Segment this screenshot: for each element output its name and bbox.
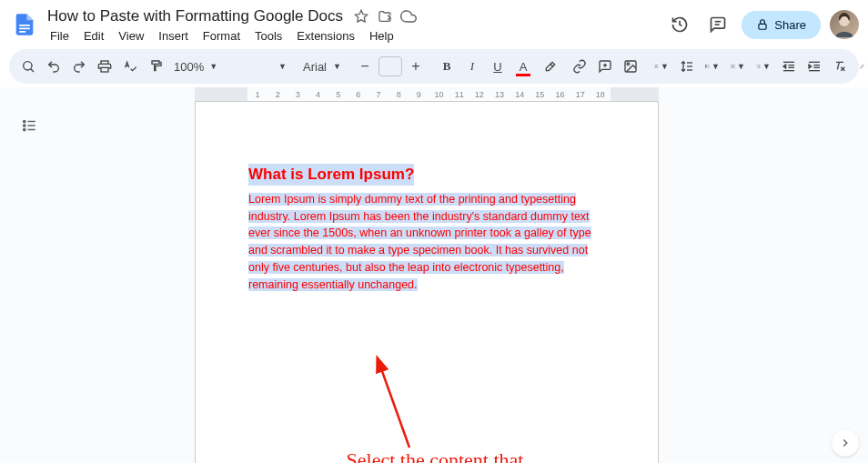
svg-marker-3 (355, 10, 367, 22)
doc-body-text[interactable]: Lorem Ipsum is simply dummy text of the … (248, 193, 591, 291)
print-icon[interactable] (93, 54, 116, 79)
docs-logo[interactable] (9, 9, 40, 40)
spellcheck-icon[interactable] (118, 54, 142, 79)
share-button[interactable]: Share (742, 11, 821, 39)
svg-point-48 (24, 125, 25, 126)
svg-point-49 (24, 128, 25, 130)
svg-rect-2 (19, 31, 25, 33)
clear-formatting-button[interactable] (828, 54, 852, 79)
title-area: How to Paste with Formatting Google Docs… (44, 5, 665, 45)
paragraph-style-dropdown[interactable]: ▼ (222, 54, 291, 79)
bold-button[interactable]: B (435, 54, 459, 79)
avatar[interactable] (830, 10, 859, 39)
document-title[interactable]: How to Paste with Formatting Google Docs (44, 5, 347, 27)
svg-point-8 (24, 62, 32, 70)
insert-link-button[interactable] (568, 54, 591, 79)
svg-rect-22 (706, 65, 707, 66)
svg-rect-10 (101, 61, 108, 64)
horizontal-ruler[interactable]: 123456789101112131415161718 (195, 87, 659, 101)
menu-bar: File Edit View Insert Format Tools Exten… (44, 27, 665, 45)
add-comment-button[interactable] (593, 54, 617, 79)
increase-indent-button[interactable] (802, 54, 826, 79)
menu-tools[interactable]: Tools (248, 27, 288, 45)
share-label: Share (774, 18, 806, 32)
insert-image-button[interactable] (619, 54, 642, 79)
highlight-button[interactable] (537, 54, 560, 79)
line-spacing-button[interactable] (675, 54, 699, 79)
svg-rect-24 (706, 66, 707, 67)
menu-insert[interactable]: Insert (152, 27, 195, 45)
underline-button[interactable]: U (486, 54, 510, 79)
history-icon[interactable] (665, 10, 694, 39)
svg-rect-0 (19, 25, 30, 26)
menu-view[interactable]: View (112, 27, 150, 45)
svg-rect-1 (19, 28, 30, 30)
numbered-list-button[interactable]: 12▼ (752, 54, 775, 79)
comments-icon[interactable] (703, 10, 732, 39)
bulleted-list-button[interactable]: ▼ (726, 54, 750, 79)
font-size-increase[interactable]: + (404, 54, 428, 79)
menu-edit[interactable]: Edit (77, 27, 110, 45)
undo-icon[interactable] (42, 54, 66, 79)
svg-line-45 (841, 67, 844, 71)
text-color-button[interactable]: A (511, 54, 535, 79)
editor-area: 123456789101112131415161718 What is Lore… (0, 87, 868, 463)
italic-button[interactable]: I (460, 54, 484, 79)
svg-line-9 (31, 69, 34, 72)
editing-mode-button[interactable]: ▼ (855, 54, 868, 79)
svg-point-7 (839, 15, 850, 26)
doc-heading[interactable]: What is Lorem Ipsum? (248, 164, 414, 186)
svg-rect-6 (759, 24, 766, 29)
font-size-input[interactable] (378, 56, 402, 76)
document-page[interactable]: What is Lorem Ipsum? Lorem Ipsum is simp… (195, 101, 659, 463)
font-dropdown[interactable]: Arial▼ (298, 54, 346, 79)
star-icon[interactable] (352, 7, 370, 25)
menu-extensions[interactable]: Extensions (290, 27, 361, 45)
svg-line-46 (841, 67, 844, 71)
search-menus-icon[interactable] (16, 54, 40, 79)
title-bar: How to Paste with Formatting Google Docs… (0, 0, 868, 45)
svg-text:1: 1 (756, 64, 757, 65)
svg-rect-14 (625, 61, 636, 72)
explore-fab-icon[interactable] (832, 429, 859, 457)
menu-help[interactable]: Help (363, 27, 400, 45)
move-icon[interactable] (376, 7, 394, 25)
align-button[interactable]: ▼ (650, 54, 673, 79)
paint-format-icon[interactable] (144, 54, 167, 79)
menu-format[interactable]: Format (197, 27, 247, 45)
redo-icon[interactable] (67, 54, 91, 79)
menu-file[interactable]: File (44, 27, 76, 45)
font-size-decrease[interactable]: − (353, 54, 377, 79)
svg-point-15 (627, 63, 630, 65)
svg-rect-11 (101, 67, 108, 72)
zoom-dropdown[interactable]: 100%▼ (169, 54, 215, 79)
decrease-indent-button[interactable] (777, 54, 801, 79)
svg-text:2: 2 (756, 65, 757, 67)
toolbar: 100%▼ ▼ Arial▼ − + B I U A ▼ ▼ ▼ 12▼ ▼ (9, 49, 859, 84)
svg-point-47 (24, 120, 25, 122)
outline-toggle-icon[interactable] (16, 113, 42, 138)
checklist-button[interactable]: ▼ (701, 54, 724, 79)
cloud-status-icon[interactable] (399, 7, 418, 25)
